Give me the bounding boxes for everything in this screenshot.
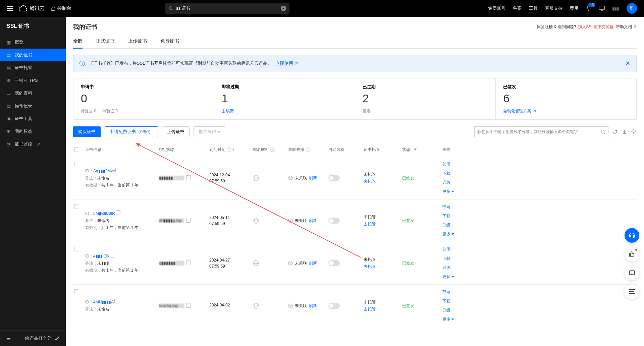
- clear-search-icon[interactable]: ✕: [281, 6, 286, 11]
- sort-icon[interactable]: [232, 148, 234, 151]
- tab-free[interactable]: 免费证书: [160, 36, 179, 48]
- sidebar-item-hosting[interactable]: ▤证书托管: [0, 61, 66, 74]
- op-download[interactable]: 下载: [442, 256, 635, 262]
- refresh-link[interactable]: 刷新: [309, 261, 317, 266]
- search-icon[interactable]: [600, 129, 605, 134]
- sidebar-item-logs[interactable]: ▤操作记录: [0, 100, 66, 112]
- stat-foot-view[interactable]: 查看: [363, 108, 371, 114]
- menu-fab[interactable]: [625, 284, 639, 299]
- col-expire[interactable]: 到期时间?: [209, 147, 253, 153]
- go-hosting-link[interactable]: 去托管: [364, 179, 402, 184]
- cert-id-value[interactable]: 4MU▮▮▮▮A: [93, 300, 114, 304]
- settings-icon[interactable]: [631, 129, 637, 135]
- tab-upload[interactable]: 上传证书: [128, 36, 147, 48]
- refresh-link[interactable]: 刷新: [309, 175, 317, 181]
- op-upgrade[interactable]: 升级: [442, 180, 635, 185]
- cert-id-value[interactable]: Ag▮▮▮2Mvc: [93, 169, 115, 173]
- refresh-link[interactable]: 刷新: [309, 303, 317, 309]
- auto-renew-toggle[interactable]: [328, 260, 340, 266]
- banner-link[interactable]: 立即使用: [276, 60, 298, 66]
- copy-icon[interactable]: [187, 261, 191, 265]
- sidebar-item-my-certs[interactable]: ▤我的证书: [0, 49, 66, 61]
- op-download[interactable]: 下载: [442, 171, 635, 176]
- copy-icon[interactable]: [116, 211, 120, 215]
- cert-id-value[interactable]: 4▮▮▮IO6: [93, 254, 109, 258]
- join-group-link[interactable]: 加入SSL证书交流群: [578, 24, 614, 30]
- op-upgrade[interactable]: 升级: [442, 307, 635, 313]
- notifications-icon[interactable]: 13: [586, 5, 591, 12]
- top-item-cost[interactable]: 费用: [570, 5, 579, 11]
- sidebar-item-https[interactable]: ⚟一键HTTPS: [0, 74, 66, 87]
- op-download[interactable]: 下载: [442, 298, 635, 304]
- apply-free-button[interactable]: 申请免费证书（6/50）: [105, 126, 158, 137]
- brand-logo[interactable]: 腾讯云: [19, 5, 45, 12]
- buy-cert-button[interactable]: 购买证书: [73, 126, 101, 137]
- refresh-link[interactable]: 刷新: [309, 218, 317, 224]
- top-item-tools[interactable]: 工具: [529, 5, 538, 11]
- op-deploy[interactable]: 部署: [442, 162, 635, 167]
- console-link[interactable]: 控制台: [51, 5, 71, 11]
- hamburger-icon[interactable]: [7, 6, 13, 11]
- download-icon[interactable]: [621, 129, 627, 135]
- refresh-icon[interactable]: [612, 129, 618, 135]
- op-upgrade[interactable]: 升级: [442, 265, 635, 271]
- op-deploy[interactable]: 部署: [442, 247, 635, 252]
- table-search[interactable]: [474, 126, 608, 137]
- avatar[interactable]: 刻: [627, 3, 637, 14]
- tab-formal[interactable]: 正式证书: [96, 36, 115, 48]
- auto-renew-toggle[interactable]: [328, 175, 340, 181]
- thumbs-fab[interactable]: [625, 247, 639, 262]
- docs-fab[interactable]: [625, 266, 639, 280]
- filter-icon[interactable]: [414, 149, 417, 151]
- go-hosting-link[interactable]: 去托管: [364, 264, 402, 270]
- auto-renew-toggle[interactable]: [328, 218, 340, 224]
- top-item-beian[interactable]: 备案: [513, 5, 522, 11]
- tab-all[interactable]: 全部: [73, 36, 83, 49]
- help-doc-link[interactable]: 帮助文档: [616, 24, 637, 30]
- support-fab[interactable]: [625, 228, 639, 243]
- op-more[interactable]: 更多: [442, 316, 635, 322]
- sidebar-item-benefits[interactable]: ⊞我的权益: [0, 125, 66, 138]
- select-all-checkbox[interactable]: [74, 147, 79, 152]
- sidebar-item-monitor[interactable]: ◔证书监控: [0, 138, 66, 151]
- top-item-account[interactable]: 集团账号: [488, 5, 505, 11]
- go-hosting-link[interactable]: 去托管: [364, 221, 402, 227]
- top-search[interactable]: ✕: [165, 3, 289, 14]
- row-checkbox[interactable]: [74, 289, 79, 294]
- table-search-input[interactable]: [477, 129, 600, 134]
- op-more[interactable]: 更多: [442, 231, 635, 237]
- op-upgrade[interactable]: 升级: [442, 222, 635, 228]
- auto-renew-toggle[interactable]: [328, 303, 340, 309]
- copy-icon[interactable]: [116, 168, 120, 172]
- row-checkbox[interactable]: [74, 162, 79, 166]
- sidebar-item-overview[interactable]: ▦概览: [0, 36, 66, 49]
- top-item-support[interactable]: 客服支持: [545, 5, 562, 11]
- op-download[interactable]: 下载: [442, 213, 635, 219]
- help-icon[interactable]: ?: [306, 148, 310, 152]
- close-banner-icon[interactable]: ✕: [625, 60, 630, 67]
- go-hosting-link[interactable]: 去托管: [364, 306, 402, 312]
- renew-link[interactable]: 去续费: [222, 108, 234, 114]
- sidebar-footer[interactable]: ☰ 给产品打个分: [0, 330, 66, 346]
- upload-cert-button[interactable]: 上传证书: [162, 126, 190, 137]
- op-deploy[interactable]: 部署: [442, 289, 635, 295]
- top-search-input[interactable]: [176, 6, 281, 11]
- op-more[interactable]: 更多: [442, 189, 635, 194]
- user-name[interactable]: ▮▮▮: [612, 6, 619, 11]
- sidebar-item-profile[interactable]: ▭我的资料: [0, 87, 66, 100]
- assistant-icon[interactable]: [599, 5, 605, 12]
- batch-ops-button[interactable]: 批量操作: [194, 126, 225, 137]
- row-checkbox[interactable]: [74, 204, 79, 209]
- help-icon[interactable]: ?: [270, 148, 275, 152]
- help-icon[interactable]: ?: [227, 148, 231, 152]
- copy-icon[interactable]: [187, 219, 191, 223]
- cert-id-value[interactable]: 5M▮B9fA8R: [93, 211, 115, 216]
- col-status[interactable]: 状态: [402, 147, 442, 153]
- op-more[interactable]: 更多: [442, 274, 635, 280]
- sidebar-item-tools[interactable]: ▣证书工具: [0, 112, 66, 125]
- collapse-icon[interactable]: ☰: [7, 336, 11, 341]
- op-deploy[interactable]: 部署: [442, 204, 635, 210]
- copy-icon[interactable]: [115, 299, 119, 303]
- copy-icon[interactable]: [110, 253, 114, 257]
- copy-icon[interactable]: [187, 176, 191, 180]
